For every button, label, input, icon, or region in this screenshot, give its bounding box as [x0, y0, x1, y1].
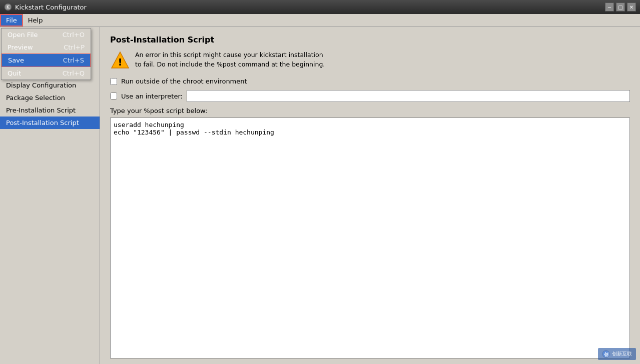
titlebar-left: K Kickstart Configurator — [4, 3, 87, 11]
help-menu-label: Help — [28, 16, 43, 24]
svg-text:!: ! — [118, 56, 122, 68]
script-label: Type your %post script below: — [110, 107, 630, 114]
watermark-icon: 创 — [602, 350, 610, 358]
warning-text: An error in this script might cause your… — [135, 50, 325, 70]
page-title: Post-Installation Script — [110, 35, 630, 44]
app-icon: K — [4, 3, 12, 11]
svg-text:创: 创 — [603, 352, 608, 357]
window-controls[interactable]: ─ □ ✕ — [605, 2, 636, 12]
sidebar-item-pre-installation-script[interactable]: Pre-Installation Script — [0, 104, 100, 116]
interpreter-checkbox-row: Use an interpreter: — [110, 90, 630, 102]
help-menu[interactable]: Help — [23, 14, 48, 26]
titlebar: K Kickstart Configurator ─ □ ✕ — [0, 0, 640, 14]
chroot-checkbox[interactable] — [110, 78, 117, 85]
svg-text:K: K — [7, 4, 10, 10]
warning-icon: ! — [110, 50, 130, 70]
quit-menu-item[interactable]: Quit Ctrl+Q — [2, 67, 91, 80]
close-button[interactable]: ✕ — [627, 2, 636, 12]
file-menu-label: File — [6, 16, 17, 24]
script-textarea[interactable]: useradd hechunping echo "123456" | passw… — [110, 118, 630, 358]
interpreter-label: Use an interpreter: — [121, 92, 183, 100]
save-menu-item[interactable]: Save Ctrl+S — [2, 54, 91, 67]
sidebar-item-display-configuration[interactable]: Display Configuration — [0, 79, 100, 92]
watermark-text: 创新互联 — [612, 350, 632, 358]
preview-menu-item[interactable]: Preview Ctrl+P — [2, 41, 91, 54]
interpreter-checkbox[interactable] — [110, 92, 117, 100]
menubar: File Open File Ctrl+O Preview Ctrl+P Sav… — [0, 14, 640, 27]
file-dropdown: Open File Ctrl+O Preview Ctrl+P Save Ctr… — [1, 28, 91, 80]
sidebar-item-post-installation-script[interactable]: Post-Installation Script — [0, 116, 100, 129]
chroot-label: Run outside of the chroot environment — [121, 78, 247, 85]
minimize-button[interactable]: ─ — [605, 2, 614, 12]
chroot-checkbox-row: Run outside of the chroot environment — [110, 78, 630, 85]
watermark: 创 创新互联 — [598, 348, 636, 360]
open-file-menu-item[interactable]: Open File Ctrl+O — [2, 28, 91, 41]
watermark-box: 创 创新互联 — [598, 348, 636, 360]
warning-box: ! An error in this script might cause yo… — [110, 50, 630, 70]
window-title: Kickstart Configurator — [15, 4, 87, 11]
restore-button[interactable]: □ — [616, 2, 625, 12]
main-layout: Partition Information Network Configurat… — [0, 27, 640, 364]
sidebar-item-package-selection[interactable]: Package Selection — [0, 92, 100, 104]
content-area: Post-Installation Script ! An error in t… — [100, 27, 640, 364]
file-menu[interactable]: File Open File Ctrl+O Preview Ctrl+P Sav… — [0, 14, 23, 26]
interpreter-input[interactable] — [187, 90, 630, 102]
